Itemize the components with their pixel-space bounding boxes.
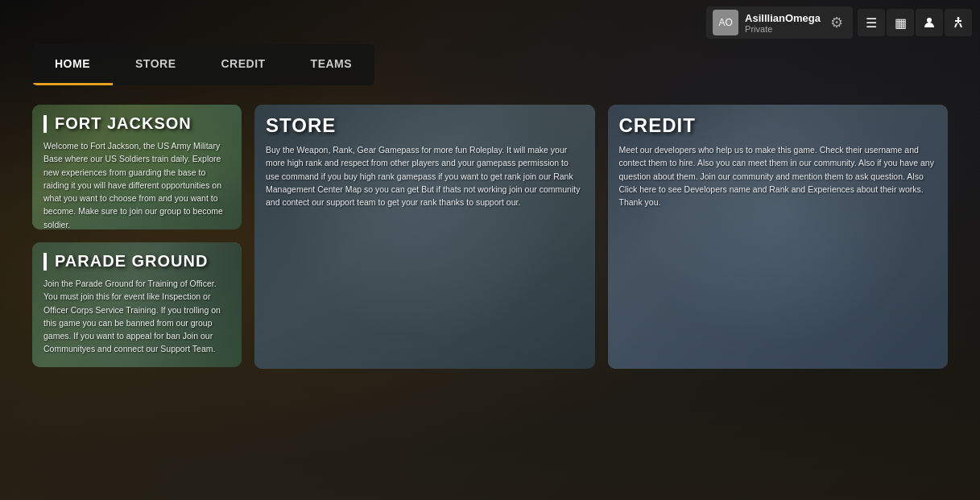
card-credit-text: Meet our developers who help us to make … <box>619 143 937 209</box>
card-store-title: STORE <box>266 114 584 137</box>
user-panel: AO AsilllianOmega Private ⚙ <box>706 6 853 39</box>
card-fort-jackson-content: FORT JACKSON Welcome to Fort Jackson, th… <box>32 105 242 229</box>
cards-container: FORT JACKSON Welcome to Fort Jackson, th… <box>32 105 948 369</box>
card-store-text: Buy the Weapon, Rank, Gear Gamepass for … <box>266 143 584 209</box>
svg-point-1 <box>957 17 960 19</box>
title-bar-decoration <box>43 253 47 271</box>
card-store-content: STORE Buy the Weapon, Rank, Gear Gamepas… <box>254 105 595 369</box>
card-fort-jackson-title: FORT JACKSON <box>43 114 230 133</box>
avatar-initials: AO <box>718 17 732 28</box>
card-store[interactable]: STORE Buy the Weapon, Rank, Gear Gamepas… <box>254 105 595 369</box>
card-parade-content: PARADE GROUND Join the Parade Ground for… <box>32 242 242 367</box>
card-fort-jackson[interactable]: FORT JACKSON Welcome to Fort Jackson, th… <box>32 105 242 229</box>
hamburger-menu-button[interactable]: ☰ <box>858 9 885 36</box>
navbar: HOME STORE CREDIT TEAMS <box>32 44 374 85</box>
card-parade-ground[interactable]: PARADE GROUND Join the Parade Ground for… <box>32 242 242 367</box>
user-rank: Private <box>745 24 821 34</box>
person-icon <box>923 16 936 29</box>
person-button[interactable] <box>916 9 943 36</box>
nav-item-store[interactable]: STORE <box>113 44 198 85</box>
card-parade-text: Join the Parade Ground for Training of O… <box>43 277 230 356</box>
username: AsilllianOmega <box>745 12 821 24</box>
accessibility-icon <box>952 16 965 29</box>
nav-item-credit[interactable]: CREDIT <box>198 44 287 85</box>
user-info: AsilllianOmega Private <box>745 12 821 34</box>
image-button[interactable]: ▦ <box>887 9 914 36</box>
card-credit-title: CREDIT <box>619 114 937 137</box>
accessibility-button[interactable] <box>945 9 972 36</box>
title-bar-decoration <box>43 115 47 133</box>
card-parade-title: PARADE GROUND <box>43 252 230 271</box>
avatar: AO <box>713 10 738 35</box>
nav-item-home[interactable]: HOME <box>32 44 113 85</box>
card-fort-jackson-text: Welcome to Fort Jackson, the US Army Mil… <box>43 139 230 229</box>
svg-line-5 <box>960 23 961 27</box>
topbar: AO AsilllianOmega Private ⚙ ☰ ▦ <box>698 0 980 45</box>
card-credit[interactable]: CREDIT Meet our developers who help us t… <box>608 105 949 369</box>
card-credit-content: CREDIT Meet our developers who help us t… <box>608 105 949 369</box>
icon-buttons: ☰ ▦ <box>858 9 972 36</box>
nav-item-teams[interactable]: TEAMS <box>288 44 375 85</box>
main-content: AO AsilllianOmega Private ⚙ ☰ ▦ <box>0 0 980 500</box>
svg-line-4 <box>955 23 957 27</box>
svg-point-0 <box>927 18 932 23</box>
gear-button[interactable]: ⚙ <box>827 10 846 35</box>
left-column: FORT JACKSON Welcome to Fort Jackson, th… <box>32 105 242 369</box>
